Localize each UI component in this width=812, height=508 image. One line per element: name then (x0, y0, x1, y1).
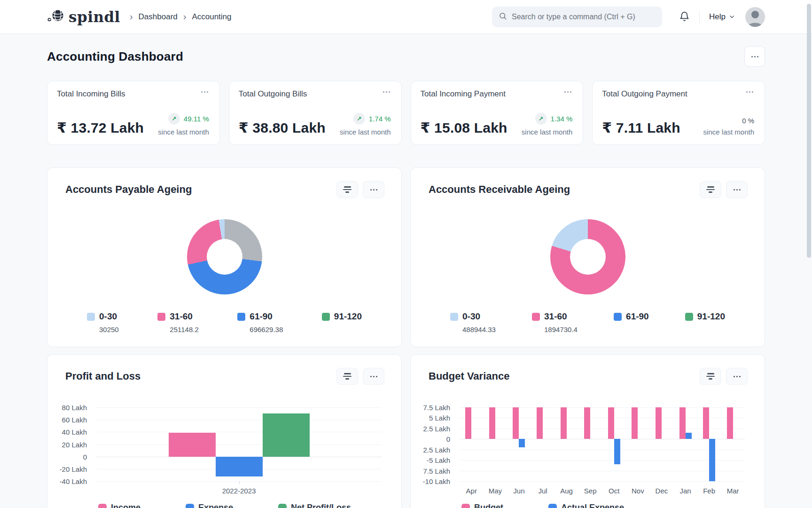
kpi-options-button[interactable] (382, 89, 391, 95)
kpi-title: Total Outgoing Bills (239, 89, 307, 99)
y-axis-tick-label: 7.5 Lakh (423, 404, 450, 412)
actual-expense-bar-jun[interactable] (519, 439, 525, 447)
legend-label: 31-60 (544, 311, 567, 322)
yarn-ball-icon (47, 8, 66, 25)
user-avatar[interactable] (745, 7, 765, 27)
search-input[interactable] (512, 13, 656, 21)
filter-button[interactable] (700, 368, 721, 385)
chart-options-button[interactable] (726, 181, 748, 198)
chart-title: Accounts Payable Ageing (65, 183, 192, 196)
profit-loss-bar-chart: 80 Lakh60 Lakh40 Lakh20 Lakh0-20 Lakh-40… (47, 407, 401, 508)
actual-expense-bar-oct[interactable] (614, 439, 620, 464)
budget-bar-jul[interactable] (537, 407, 543, 439)
legend-item-income[interactable]: Income (98, 503, 141, 508)
y-axis-tick-label: 2.5 Lakh (423, 445, 450, 453)
ageing-charts-row: Accounts Payable Ageing 0- (47, 167, 765, 347)
filter-icon (706, 373, 715, 380)
budget-bar-sep[interactable] (584, 407, 590, 439)
legend-item-actual-expense[interactable]: Actual Expense (548, 503, 624, 508)
kpi-options-button[interactable] (745, 89, 754, 95)
kpi-delta: 1.34 % (551, 115, 573, 123)
page-scrollbar[interactable] (807, 4, 811, 258)
budget-bar-feb[interactable] (703, 407, 709, 439)
legend-item-net-profit-loss[interactable]: Net Profit/Loss (278, 503, 351, 508)
chart-options-button[interactable] (363, 368, 384, 385)
legend-swatch (98, 504, 107, 508)
legend-label: 61-90 (250, 311, 273, 322)
bottom-charts-row: Profit and Loss 80 Lakh60 Lakh40 Lakh20 … (47, 354, 765, 508)
breadcrumb-dashboard[interactable]: Dashboard (139, 12, 178, 22)
filter-icon (343, 186, 351, 193)
budget-bar-aug[interactable] (561, 407, 567, 439)
filter-button[interactable] (700, 181, 721, 198)
income-bar[interactable] (169, 433, 216, 457)
global-search[interactable] (492, 7, 662, 27)
budget-bar-oct[interactable] (608, 407, 614, 439)
budget-bar-jun[interactable] (513, 407, 519, 439)
actual-expense-bar-jan[interactable] (686, 433, 692, 439)
ellipsis-icon (734, 376, 741, 377)
top-nav-bar: spindl › Dashboard › Accounting Help (0, 0, 812, 34)
gridline (96, 444, 382, 445)
legend-swatch (532, 313, 540, 321)
legend-label: 0-30 (462, 311, 480, 322)
legend-item-61-90[interactable]: 61-90 696629.38 (237, 311, 283, 333)
actual-expense-bar-feb[interactable] (709, 439, 715, 481)
gridline (460, 460, 745, 460)
ellipsis-icon (751, 56, 758, 57)
legend-item-expense[interactable]: Expense (186, 503, 233, 508)
kpi-card-total-outgoing-payment: Total Outgoing Payment ₹ 7.11 Lakh 0 % s… (592, 81, 765, 145)
legend-item-31-60[interactable]: 31-60 1894730.4 (532, 311, 578, 333)
legend-item-61-90[interactable]: 61-90 (614, 311, 649, 333)
budget-bar-jan[interactable] (679, 407, 686, 439)
budget-bar-mar[interactable] (727, 407, 733, 439)
legend-item-31-60[interactable]: 31-60 251148.2 (157, 311, 198, 333)
gridline (460, 418, 745, 418)
ellipsis-icon (734, 189, 741, 190)
trend-up-arrow-icon: ↗ (535, 113, 547, 125)
legend-item-budget[interactable]: Budget (461, 503, 503, 508)
x-axis-label-nov: Nov (632, 487, 644, 495)
legend-item-0-30[interactable]: 0-30 30250 (87, 311, 119, 333)
legend-item-0-30[interactable]: 0-30 488944.33 (450, 311, 496, 333)
chart-options-button[interactable] (363, 181, 384, 198)
legend-swatch (450, 313, 458, 321)
page-options-button[interactable] (744, 46, 765, 67)
notifications-bell-button[interactable] (679, 11, 690, 22)
ellipsis-icon (746, 91, 753, 93)
legend-item-91-120[interactable]: 91-120 (322, 311, 362, 333)
budget-bar-apr[interactable] (465, 407, 471, 439)
y-axis-tick-label: -5 Lakh (427, 456, 450, 464)
budget-bar-nov[interactable] (632, 407, 638, 439)
chart-options-button[interactable] (726, 368, 748, 385)
chart-title: Budget Variance (429, 370, 509, 382)
dashboard-content: Accounting Dashboard Total Incoming Bill… (0, 34, 812, 508)
filter-icon (343, 373, 351, 380)
ellipsis-icon (201, 91, 208, 93)
x-axis-tick (239, 481, 240, 484)
kpi-note: since last month (522, 128, 572, 136)
net-profit-loss-bar[interactable] (263, 413, 310, 457)
kpi-options-button[interactable] (563, 89, 572, 95)
budget-bar-dec[interactable] (656, 407, 662, 439)
breadcrumb-accounting[interactable]: Accounting (192, 12, 231, 22)
filter-button[interactable] (336, 368, 358, 385)
kpi-options-button[interactable] (200, 89, 209, 95)
kpi-value: ₹ 13.72 Lakh (57, 119, 144, 136)
payable-donut-chart[interactable] (187, 219, 262, 294)
accounts-payable-ageing-card: Accounts Payable Ageing 0- (47, 167, 402, 347)
chevron-down-icon (729, 14, 735, 20)
legend-item-91-120[interactable]: 91-120 (685, 311, 725, 333)
page-title: Accounting Dashboard (47, 49, 183, 64)
x-axis-label-jan: Jan (679, 487, 691, 495)
expense-bar[interactable] (216, 457, 263, 476)
y-axis-tick-label: -10 Lakh (423, 477, 450, 485)
y-axis-tick-label: 60 Lakh (62, 416, 87, 424)
filter-button[interactable] (336, 181, 358, 198)
spindl-logo[interactable]: spindl (47, 8, 120, 25)
budget-bar-may[interactable] (489, 407, 495, 439)
legend-label: Actual Expense (561, 503, 624, 508)
receivable-donut-chart[interactable] (550, 219, 625, 294)
help-menu[interactable]: Help (709, 12, 735, 22)
kpi-note: since last month (340, 128, 390, 136)
